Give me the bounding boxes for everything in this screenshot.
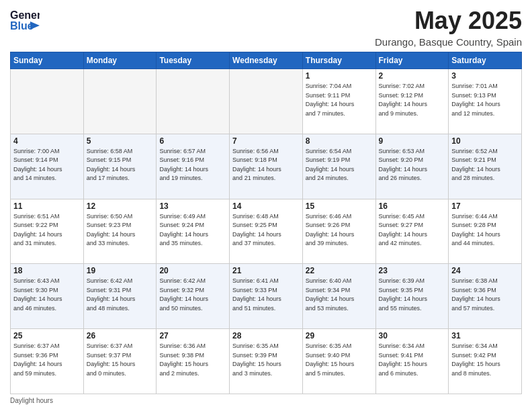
- day-number: 14: [232, 201, 300, 211]
- day-info: Sunrise: 6:38 AM Sunset: 9:36 PM Dayligh…: [451, 277, 519, 313]
- day-info: Sunrise: 6:37 AM Sunset: 9:37 PM Dayligh…: [87, 342, 154, 378]
- svg-text:Blue: Blue: [10, 20, 34, 32]
- day-info: Sunrise: 6:52 AM Sunset: 9:21 PM Dayligh…: [451, 147, 519, 183]
- day-number: 9: [379, 136, 446, 146]
- weekday-header-sunday: Sunday: [11, 52, 84, 69]
- calendar-cell: 6Sunrise: 6:57 AM Sunset: 9:16 PM Daylig…: [157, 134, 230, 199]
- day-info: Sunrise: 6:45 AM Sunset: 9:27 PM Dayligh…: [379, 212, 446, 248]
- week-row-2: 4Sunrise: 7:00 AM Sunset: 9:14 PM Daylig…: [11, 134, 522, 199]
- day-info: Sunrise: 7:00 AM Sunset: 9:14 PM Dayligh…: [13, 147, 81, 183]
- day-info: Sunrise: 7:02 AM Sunset: 9:12 PM Dayligh…: [379, 82, 446, 118]
- day-info: Sunrise: 6:37 AM Sunset: 9:36 PM Dayligh…: [13, 342, 81, 378]
- page: General Blue May 2025 Durango, Basque Co…: [0, 0, 532, 411]
- weekday-header-row: SundayMondayTuesdayWednesdayThursdayFrid…: [11, 52, 522, 69]
- day-info: Sunrise: 6:53 AM Sunset: 9:20 PM Dayligh…: [379, 147, 446, 183]
- day-info: Sunrise: 6:46 AM Sunset: 9:26 PM Dayligh…: [306, 212, 373, 248]
- calendar-cell: 8Sunrise: 6:54 AM Sunset: 9:19 PM Daylig…: [302, 134, 375, 199]
- day-number: 27: [159, 331, 226, 340]
- day-number: 17: [451, 201, 519, 211]
- calendar-cell: 17Sunrise: 6:44 AM Sunset: 9:28 PM Dayli…: [449, 199, 522, 264]
- day-info: Sunrise: 6:35 AM Sunset: 9:39 PM Dayligh…: [232, 342, 300, 378]
- calendar-cell: 12Sunrise: 6:50 AM Sunset: 9:23 PM Dayli…: [83, 199, 157, 264]
- footer-label: Daylight hours: [10, 397, 53, 404]
- logo: General Blue: [10, 7, 40, 32]
- calendar-cell: 4Sunrise: 7:00 AM Sunset: 9:14 PM Daylig…: [11, 134, 84, 199]
- day-number: 1: [306, 71, 373, 81]
- calendar-cell: 10Sunrise: 6:52 AM Sunset: 9:21 PM Dayli…: [449, 134, 522, 199]
- weekday-header-wednesday: Wednesday: [230, 52, 303, 69]
- calendar-cell: 2Sunrise: 7:02 AM Sunset: 9:12 PM Daylig…: [375, 69, 449, 134]
- day-info: Sunrise: 6:50 AM Sunset: 9:23 PM Dayligh…: [87, 212, 154, 248]
- day-number: 22: [306, 266, 373, 275]
- weekday-header-friday: Friday: [375, 52, 449, 69]
- day-info: Sunrise: 6:51 AM Sunset: 9:22 PM Dayligh…: [13, 212, 81, 248]
- calendar-cell: [11, 69, 84, 134]
- day-number: 18: [13, 266, 81, 275]
- calendar-cell: 9Sunrise: 6:53 AM Sunset: 9:20 PM Daylig…: [375, 134, 449, 199]
- day-number: 7: [232, 136, 300, 146]
- week-row-1: 1Sunrise: 7:04 AM Sunset: 9:11 PM Daylig…: [11, 69, 522, 134]
- week-row-5: 25Sunrise: 6:37 AM Sunset: 9:36 PM Dayli…: [11, 329, 522, 394]
- day-number: 4: [13, 136, 81, 146]
- day-number: 19: [87, 266, 154, 275]
- calendar-cell: 3Sunrise: 7:01 AM Sunset: 9:13 PM Daylig…: [449, 69, 522, 134]
- day-info: Sunrise: 6:56 AM Sunset: 9:18 PM Dayligh…: [232, 147, 300, 183]
- calendar-table: SundayMondayTuesdayWednesdayThursdayFrid…: [10, 52, 522, 394]
- day-number: 5: [87, 136, 154, 146]
- day-number: 23: [379, 266, 446, 275]
- calendar-cell: 29Sunrise: 6:35 AM Sunset: 9:40 PM Dayli…: [302, 329, 375, 394]
- day-info: Sunrise: 6:34 AM Sunset: 9:41 PM Dayligh…: [379, 342, 446, 378]
- day-number: 15: [306, 201, 373, 211]
- calendar-cell: 13Sunrise: 6:49 AM Sunset: 9:24 PM Dayli…: [157, 199, 230, 264]
- calendar-cell: 26Sunrise: 6:37 AM Sunset: 9:37 PM Dayli…: [83, 329, 157, 394]
- day-number: 24: [451, 266, 519, 275]
- footer: Daylight hours: [10, 397, 522, 404]
- day-number: 8: [306, 136, 373, 146]
- calendar-cell: 23Sunrise: 6:39 AM Sunset: 9:35 PM Dayli…: [375, 264, 449, 329]
- day-info: Sunrise: 6:54 AM Sunset: 9:19 PM Dayligh…: [306, 147, 373, 183]
- day-number: 21: [232, 266, 300, 275]
- calendar-cell: 25Sunrise: 6:37 AM Sunset: 9:36 PM Dayli…: [11, 329, 84, 394]
- calendar-cell: 18Sunrise: 6:43 AM Sunset: 9:30 PM Dayli…: [11, 264, 84, 329]
- week-row-3: 11Sunrise: 6:51 AM Sunset: 9:22 PM Dayli…: [11, 199, 522, 264]
- weekday-header-thursday: Thursday: [302, 52, 375, 69]
- day-info: Sunrise: 6:36 AM Sunset: 9:38 PM Dayligh…: [159, 342, 226, 378]
- day-number: 20: [159, 266, 226, 275]
- day-info: Sunrise: 7:01 AM Sunset: 9:13 PM Dayligh…: [451, 82, 519, 118]
- day-number: 6: [159, 136, 226, 146]
- day-info: Sunrise: 6:34 AM Sunset: 9:42 PM Dayligh…: [451, 342, 519, 378]
- day-info: Sunrise: 6:35 AM Sunset: 9:40 PM Dayligh…: [306, 342, 373, 378]
- day-number: 25: [13, 331, 81, 340]
- day-number: 16: [379, 201, 446, 211]
- day-number: 2: [379, 71, 446, 81]
- weekday-header-saturday: Saturday: [449, 52, 522, 69]
- svg-marker-2: [30, 21, 40, 30]
- calendar-cell: [83, 69, 157, 134]
- weekday-header-monday: Monday: [83, 52, 157, 69]
- day-info: Sunrise: 6:40 AM Sunset: 9:34 PM Dayligh…: [306, 277, 373, 313]
- day-number: 29: [306, 331, 373, 340]
- header: General Blue May 2025 Durango, Basque Co…: [10, 7, 522, 48]
- calendar-cell: 30Sunrise: 6:34 AM Sunset: 9:41 PM Dayli…: [375, 329, 449, 394]
- day-info: Sunrise: 6:57 AM Sunset: 9:16 PM Dayligh…: [159, 147, 226, 183]
- day-number: 12: [87, 201, 154, 211]
- title-block: May 2025 Durango, Basque Country, Spain: [375, 7, 522, 48]
- calendar-cell: 27Sunrise: 6:36 AM Sunset: 9:38 PM Dayli…: [157, 329, 230, 394]
- calendar-cell: 28Sunrise: 6:35 AM Sunset: 9:39 PM Dayli…: [230, 329, 303, 394]
- calendar-cell: 14Sunrise: 6:48 AM Sunset: 9:25 PM Dayli…: [230, 199, 303, 264]
- weekday-header-tuesday: Tuesday: [157, 52, 230, 69]
- day-info: Sunrise: 6:58 AM Sunset: 9:15 PM Dayligh…: [87, 147, 154, 183]
- calendar-cell: 7Sunrise: 6:56 AM Sunset: 9:18 PM Daylig…: [230, 134, 303, 199]
- day-number: 31: [451, 331, 519, 340]
- svg-text:General: General: [10, 9, 40, 21]
- calendar-cell: 22Sunrise: 6:40 AM Sunset: 9:34 PM Dayli…: [302, 264, 375, 329]
- day-number: 11: [13, 201, 81, 211]
- calendar-cell: 5Sunrise: 6:58 AM Sunset: 9:15 PM Daylig…: [83, 134, 157, 199]
- day-info: Sunrise: 6:44 AM Sunset: 9:28 PM Dayligh…: [451, 212, 519, 248]
- calendar-cell: 21Sunrise: 6:41 AM Sunset: 9:33 PM Dayli…: [230, 264, 303, 329]
- day-info: Sunrise: 6:49 AM Sunset: 9:24 PM Dayligh…: [159, 212, 226, 248]
- calendar-cell: 20Sunrise: 6:42 AM Sunset: 9:32 PM Dayli…: [157, 264, 230, 329]
- day-info: Sunrise: 6:48 AM Sunset: 9:25 PM Dayligh…: [232, 212, 300, 248]
- logo-icon: General Blue: [10, 7, 40, 32]
- day-number: 10: [451, 136, 519, 146]
